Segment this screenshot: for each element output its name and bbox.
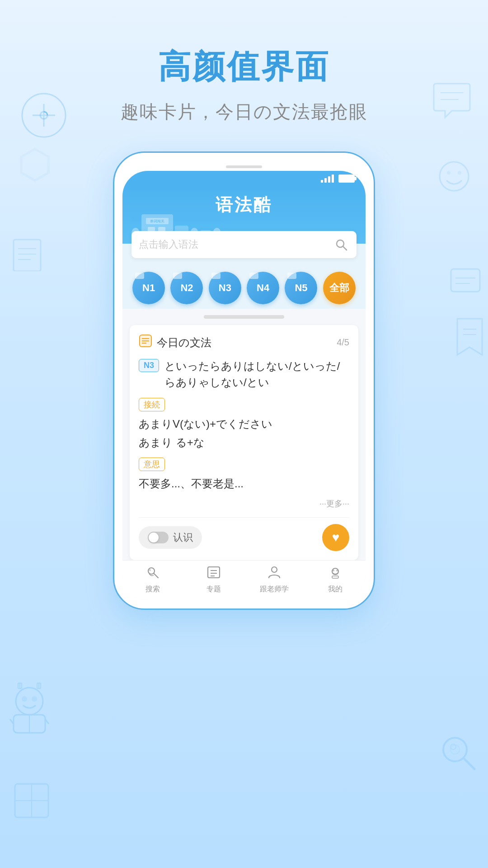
grammar-title: といったらありはしない/といった/らありゃしない/とい [164, 358, 349, 391]
card-header: 今日の文法 4/5 [139, 334, 349, 351]
card-title-row: 今日の文法 [139, 334, 211, 351]
svg-point-36 [148, 568, 155, 574]
sub-title: 趣味卡片，今日の文法最抢眼 [0, 99, 488, 124]
level-btn-n3[interactable]: N3 [209, 272, 241, 304]
level-btn-n1[interactable]: N1 [132, 272, 165, 304]
grammar-title-line: N3 といったらありはしない/といった/らありゃしない/とい [139, 358, 349, 391]
svg-point-46 [336, 570, 338, 571]
main-title: 高颜值界面 [0, 45, 488, 89]
phone-screen: 语法酷 单词闯关 [122, 171, 366, 600]
svg-point-43 [272, 567, 277, 572]
recognize-button[interactable]: 认识 [139, 526, 202, 549]
topics-nav-label: 专题 [206, 585, 221, 594]
level-section: N1 N2 N3 N4 N5 全 [122, 263, 366, 309]
phone-outer: 语法酷 单词闯关 [113, 151, 375, 610]
svg-rect-47 [332, 576, 338, 578]
phone-notch [226, 165, 262, 168]
card-title: 今日の文法 [157, 335, 211, 350]
svg-point-9 [16, 688, 43, 715]
level-btn-n2[interactable]: N2 [170, 272, 203, 304]
mine-nav-icon [328, 565, 343, 583]
header-section: 高颜值界面 趣味卡片，今日の文法最抢眼 [0, 0, 488, 142]
scroll-area: 今日の文法 4/5 N3 といったらありはしない/といった/らありゃしない/とい… [122, 309, 366, 560]
jiezhu-badge: 接続 [139, 398, 165, 411]
scroll-indicator [204, 315, 284, 319]
search-input[interactable]: 点击输入语法 [139, 238, 333, 251]
jiezhu-detail: あまりV(ない)+でくださいあまり る+な [139, 415, 349, 452]
svg-line-37 [154, 574, 158, 578]
level-btn-n4[interactable]: N4 [247, 272, 279, 304]
nav-item-mine[interactable]: 我的 [305, 565, 366, 594]
status-bar [122, 171, 366, 186]
search-nav-icon [145, 565, 160, 583]
bottom-nav: 搜索 专题 [122, 560, 366, 600]
recognize-label: 认识 [173, 531, 193, 544]
topics-nav-icon [206, 565, 221, 583]
toggle-track[interactable] [148, 532, 169, 543]
yisi-detail: 不要多...、不要老是... [139, 475, 349, 493]
level-badge-n3: N3 [139, 359, 159, 372]
battery-icon [338, 175, 355, 183]
svg-point-10 [22, 696, 27, 702]
search-bar[interactable]: 点击输入语法 [131, 231, 357, 258]
phone-mockup: 语法酷 单词闯关 [0, 151, 488, 610]
search-nav-label: 搜索 [145, 585, 160, 594]
svg-point-11 [32, 696, 37, 702]
jiezhu-section: 接続 あまりV(ない)+でくださいあまり る+な [139, 398, 349, 452]
svg-point-45 [333, 570, 334, 571]
signal-icon [321, 175, 334, 183]
nav-item-topics[interactable]: 专题 [183, 565, 244, 594]
search-icon[interactable] [333, 236, 349, 253]
card-actions: 认识 ♥ [139, 517, 349, 551]
svg-line-22 [464, 759, 474, 769]
grammar-card: 今日の文法 4/5 N3 といったらありはしない/といった/らありゃしない/とい… [130, 325, 358, 560]
card-icon [139, 334, 152, 351]
mine-nav-label: 我的 [328, 585, 343, 594]
teacher-nav-icon [267, 565, 282, 583]
nav-item-teacher[interactable]: 跟老师学 [244, 565, 305, 594]
nav-item-search[interactable]: 搜索 [122, 565, 183, 594]
heart-button[interactable]: ♥ [322, 524, 349, 551]
level-btn-all[interactable]: 全部 [323, 272, 356, 304]
yisi-section: 意思 不要多...、不要老是... [139, 458, 349, 493]
yisi-badge: 意思 [139, 458, 165, 471]
svg-line-31 [343, 246, 347, 250]
level-btn-n5[interactable]: N5 [285, 272, 317, 304]
svg-point-38 [149, 569, 151, 571]
card-progress: 4/5 [337, 337, 349, 348]
svg-point-20 [443, 738, 467, 761]
more-link[interactable]: ···更多··· [139, 498, 349, 509]
toggle-thumb [149, 533, 159, 542]
teacher-nav-label: 跟老师学 [260, 585, 289, 594]
